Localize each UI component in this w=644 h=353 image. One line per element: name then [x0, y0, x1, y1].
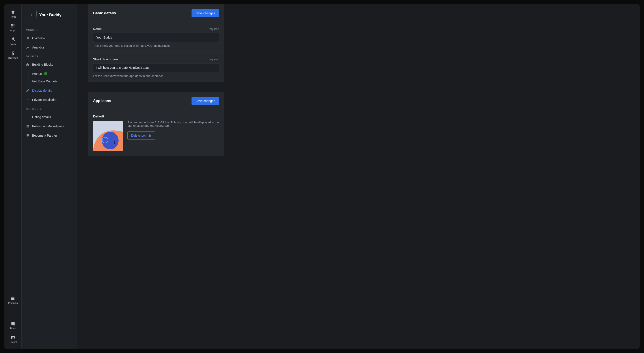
- basic-details-header: Basic details Save changes: [88, 4, 224, 22]
- rail-label: Tools: [10, 43, 16, 46]
- sidebar-item-label: Display details: [32, 89, 52, 92]
- section-distribute-label: DISTRIBUTE: [22, 105, 77, 112]
- app-icon-placeholder[interactable]: [26, 10, 36, 20]
- check-icon: [45, 73, 47, 75]
- icon-info: Recommended size 512x512px. This app ico…: [128, 121, 219, 140]
- name-required: required: [208, 27, 219, 31]
- sub-item-product[interactable]: Product: [28, 70, 77, 78]
- sidebar-item-analytics[interactable]: Analytics: [22, 44, 77, 51]
- name-input[interactable]: [93, 33, 219, 42]
- desc-help: Let the user know what the app does in o…: [93, 74, 219, 78]
- home-small-icon: [26, 36, 30, 40]
- sidebar-item-label: Publish on Marketplace: [32, 124, 64, 128]
- sidebar-item-overview[interactable]: Overview: [22, 34, 77, 42]
- desc-field-row: Short description required: [93, 57, 219, 61]
- name-field: Name required This is how your app is ca…: [93, 27, 219, 48]
- sub-item-label: HelpDesk Widgets: [32, 80, 57, 83]
- desc-input[interactable]: [93, 63, 219, 72]
- rail-item-apps[interactable]: Apps: [10, 23, 16, 32]
- rail-label: Apps: [10, 29, 16, 32]
- pencil-icon: [26, 89, 30, 92]
- sidebar-item-building-blocks[interactable]: Building Blocks: [22, 61, 77, 68]
- sidebar-item-label: Building Blocks: [32, 63, 53, 66]
- delete-icon-button[interactable]: Delete icon: [128, 131, 155, 140]
- sidebar-item-label: Listing details: [32, 115, 51, 119]
- rail-item-revenue[interactable]: Revenue: [8, 51, 18, 59]
- default-icon-heading: Default: [88, 110, 224, 121]
- rail-label: Docs: [10, 327, 16, 330]
- grid-icon: [26, 124, 30, 128]
- delete-icon-label: Delete icon: [131, 134, 146, 137]
- rail-item-home[interactable]: Home: [10, 10, 16, 18]
- basic-details-title: Basic details: [93, 11, 116, 16]
- diamond-icon: [26, 134, 30, 137]
- tools-icon: [10, 37, 16, 42]
- desc-required: required: [208, 58, 219, 61]
- download-icon: [26, 98, 30, 102]
- sidebar-item-display-details[interactable]: Display details: [22, 87, 77, 94]
- svg-point-1: [102, 132, 118, 150]
- icon-preview: [93, 121, 123, 151]
- check-badge: [44, 72, 48, 75]
- app-icon-illustration: [93, 121, 123, 151]
- rail-label: Discord: [9, 341, 17, 343]
- sidebar-item-label: Become a Partner: [32, 134, 57, 137]
- sidebar-item-listing-details[interactable]: Listing details: [22, 113, 77, 121]
- app-icons-card: App Icons Save changes Default: [88, 92, 224, 156]
- sidebar-item-partner[interactable]: Become a Partner: [22, 132, 77, 139]
- sidebar-item-private-installation[interactable]: Private installation: [22, 96, 77, 104]
- rail-item-tools[interactable]: Tools: [10, 37, 16, 46]
- save-basic-button[interactable]: Save changes: [192, 9, 219, 17]
- trash-icon: [148, 134, 152, 137]
- section-develop-label: DEVELOP: [22, 53, 77, 59]
- rail-item-discord[interactable]: Discord: [9, 335, 17, 343]
- rail-bottom-group: Products Docs Discord: [4, 296, 22, 343]
- discord-icon: [10, 335, 15, 340]
- icon-block: Recommended size 512x512px. This app ico…: [93, 121, 219, 151]
- name-label: Name: [93, 27, 102, 31]
- home-icon: [10, 10, 16, 14]
- name-field-row: Name required: [93, 27, 219, 31]
- apps-icon: [10, 23, 15, 28]
- products-icon: [10, 296, 15, 301]
- desc-field-body: Short description required Let the user …: [88, 52, 224, 82]
- main-content: Basic details Save changes Name required…: [77, 4, 640, 348]
- sidebar-header: Your Buddy: [22, 10, 77, 25]
- desc-label: Short description: [93, 57, 118, 61]
- sidebar-item-label: Overview: [32, 36, 45, 40]
- section-monitor-label: MONITOR: [22, 26, 77, 32]
- left-rail: Home Apps Tools Revenue Products: [4, 4, 22, 348]
- puzzle-icon: [26, 63, 30, 66]
- plus-icon: [29, 13, 33, 17]
- sub-item-label: Product: [32, 72, 42, 76]
- sidebar-item-label: Private installation: [32, 98, 57, 102]
- analytics-icon: [26, 46, 30, 49]
- book-icon: [10, 321, 16, 326]
- sub-item-helpdesk-widgets[interactable]: HelpDesk Widgets: [28, 78, 77, 85]
- desc-field: Short description required Let the user …: [93, 57, 219, 78]
- rail-label: Products: [8, 302, 18, 304]
- dollar-icon: [10, 51, 15, 56]
- save-icons-button[interactable]: Save changes: [192, 97, 219, 105]
- icon-help: Recommended size 512x512px. This app ico…: [128, 121, 219, 127]
- building-blocks-subgroup: Product HelpDesk Widgets: [28, 70, 77, 85]
- rail-label: Home: [10, 16, 16, 18]
- icon-body: Recommended size 512x512px. This app ico…: [88, 121, 224, 156]
- rail-divider: [10, 313, 16, 313]
- name-help: This is how your app is called within al…: [93, 44, 219, 48]
- rail-label: Revenue: [8, 56, 18, 59]
- app-icons-title: App Icons: [93, 99, 111, 103]
- sidebar: Your Buddy MONITOR Overview Analytics DE…: [22, 4, 77, 348]
- rail-item-docs[interactable]: Docs: [10, 321, 16, 330]
- name-field-body: Name required This is how your app is ca…: [88, 22, 224, 52]
- app-title: Your Buddy: [39, 13, 62, 18]
- basic-details-card: Basic details Save changes Name required…: [88, 4, 224, 82]
- rail-item-products[interactable]: Products: [8, 296, 18, 304]
- list-icon: [26, 115, 30, 119]
- rail-top-group: Home Apps Tools Revenue: [4, 10, 22, 59]
- sidebar-item-publish[interactable]: Publish on Marketplace: [22, 122, 77, 130]
- app-shell: Home Apps Tools Revenue Products: [4, 4, 640, 348]
- app-icons-header: App Icons Save changes: [88, 92, 224, 110]
- sidebar-item-label: Analytics: [32, 46, 44, 49]
